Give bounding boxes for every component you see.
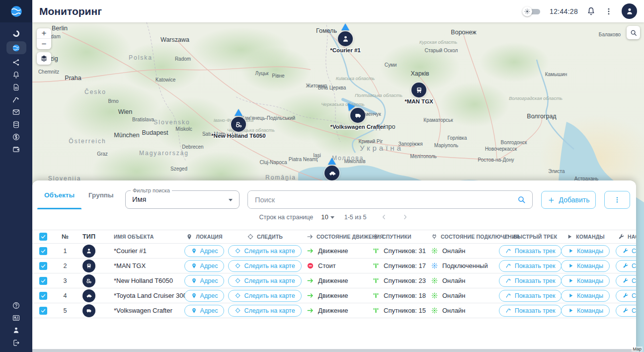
settings-button[interactable]: Свойства: [616, 245, 636, 257]
row-num: 3: [54, 277, 76, 284]
zoom-in-button[interactable]: +: [37, 28, 51, 39]
add-button[interactable]: Добавить: [541, 191, 596, 209]
sidebar-item-wallet[interactable]: [6, 145, 26, 154]
table-header-row: № ТИП ИМЯ ОБЪЕКТА ЛОКАЦИЯ СЛЕДИТЬ СОСТОЯ…: [32, 230, 636, 244]
settings-button[interactable]: Свойства: [616, 275, 636, 287]
movement-status: Движение: [302, 277, 367, 284]
objects-panel: Объекты Группы Фильтр поиска Имя Добавит…: [32, 180, 636, 352]
search-input[interactable]: [248, 191, 517, 208]
bell-icon: [586, 6, 596, 16]
commands-button[interactable]: Команды: [561, 275, 610, 287]
row-checkbox[interactable]: [39, 292, 47, 300]
address-button[interactable]: Адрес: [184, 245, 225, 257]
pin-icon: [186, 233, 193, 240]
sidebar-item-messages[interactable]: [6, 107, 26, 116]
select-all-checkbox[interactable]: [39, 233, 47, 241]
follow-on-map-button[interactable]: Следить на карте: [228, 260, 301, 272]
sidebar-item-dashboard[interactable]: [6, 29, 26, 38]
wrench-icon: [618, 233, 625, 240]
movement-status: Стоит: [302, 262, 367, 269]
play-icon: [567, 277, 574, 284]
panel-menu-button[interactable]: [604, 191, 630, 209]
map-search-button[interactable]: [627, 26, 640, 39]
sidebar-item-geofences[interactable]: [6, 58, 26, 67]
address-button[interactable]: Адрес: [184, 275, 225, 287]
sidebar-item-help[interactable]: [6, 301, 26, 310]
sidebar-item-profile[interactable]: [6, 326, 26, 335]
follow-on-map-button[interactable]: Следить на карте: [228, 290, 301, 302]
row-checkbox[interactable]: [39, 247, 47, 255]
commands-button[interactable]: Команды: [561, 290, 610, 302]
plus-icon: [548, 196, 555, 204]
map-label: Біла Церква: [318, 85, 346, 90]
settings-button[interactable]: Свойства: [616, 290, 636, 302]
chevron-down-icon: [229, 199, 233, 201]
sidebar-item-storage[interactable]: [6, 120, 26, 129]
row-num: 2: [54, 263, 76, 269]
check-icon: [40, 263, 46, 269]
sun-icon: [522, 6, 532, 16]
check-icon: [40, 308, 46, 314]
row-checkbox[interactable]: [39, 277, 47, 285]
map-layers-button[interactable]: [37, 52, 51, 65]
sidebar-item-monitoring[interactable]: [6, 41, 26, 54]
check-icon: [40, 293, 46, 299]
page-title: Мониторинг: [39, 5, 102, 17]
check-icon: [40, 248, 46, 254]
show-track-button[interactable]: Показать трек: [499, 245, 562, 257]
map-label: Воронеж: [451, 29, 476, 36]
commands-button[interactable]: Команды: [561, 245, 610, 257]
show-track-button[interactable]: Показать трек: [499, 305, 562, 317]
address-button[interactable]: Адрес: [184, 305, 225, 317]
search-filter-select[interactable]: Фильтр поиска Имя: [125, 190, 240, 209]
satellite-icon: [431, 292, 438, 299]
play-icon: [567, 307, 574, 314]
rows-per-page-label: Строк на странице: [259, 214, 314, 221]
address-button[interactable]: Адрес: [184, 260, 225, 272]
next-page-button[interactable]: [402, 213, 409, 221]
route-icon: [505, 263, 512, 269]
sidebar-item-logout[interactable]: [6, 338, 26, 347]
avatar[interactable]: [622, 3, 637, 19]
object-type-avatar: [82, 274, 95, 287]
sidebar-item-tracks[interactable]: [6, 95, 26, 104]
sidebar-item-news[interactable]: [6, 313, 26, 322]
bell-icon: [12, 71, 20, 79]
search-icon: [517, 195, 526, 204]
theme-toggle[interactable]: [522, 8, 541, 15]
column-commands: КОМАНДЫ: [560, 233, 611, 240]
commands-button[interactable]: Команды: [561, 305, 610, 317]
follow-on-map-button[interactable]: Следить на карте: [228, 245, 301, 257]
follow-on-map-button[interactable]: Следить на карте: [228, 305, 301, 317]
header-menu-button[interactable]: [604, 7, 613, 16]
rows-per-page-select[interactable]: 10: [321, 213, 334, 221]
tab-groups[interactable]: Группы: [81, 180, 121, 209]
map-label: Wien: [118, 108, 132, 115]
follow-on-map-button[interactable]: Следить на карте: [228, 275, 301, 287]
commands-button[interactable]: Команды: [561, 260, 610, 272]
app-logo[interactable]: [0, 0, 32, 22]
settings-button[interactable]: Свойства: [616, 260, 636, 272]
sidebar-item-billing[interactable]: [6, 132, 26, 141]
connection-status: Онлайн: [426, 307, 500, 314]
panel-toolbar: Объекты Группы Фильтр поиска Имя Добавит…: [32, 180, 636, 209]
sidebar-item-notifications[interactable]: [6, 70, 26, 79]
sidebar-item-sim-cards[interactable]: [6, 83, 26, 91]
show-track-button[interactable]: Показать трек: [499, 260, 562, 272]
column-connection: СОСТОЯНИЕ ПОДКЛЮЧЕНИЯ: [426, 233, 500, 240]
show-track-button[interactable]: Показать трек: [499, 290, 562, 302]
marker-label: *New Holland T6050: [211, 133, 265, 139]
map-label: Slovensko: [154, 119, 190, 126]
notifications-button[interactable]: [586, 6, 596, 16]
tab-objects[interactable]: Объекты: [37, 180, 81, 209]
pin-icon: [191, 292, 197, 299]
pin-icon: [191, 307, 197, 314]
zoom-out-button[interactable]: −: [37, 39, 51, 49]
row-checkbox[interactable]: [39, 307, 47, 315]
horizontal-scrollbar[interactable]: [32, 349, 636, 352]
settings-button[interactable]: Свойства: [616, 305, 636, 317]
prev-page-button[interactable]: [380, 213, 388, 221]
address-button[interactable]: Адрес: [184, 290, 225, 302]
row-checkbox[interactable]: [39, 262, 47, 270]
show-track-button[interactable]: Показать трек: [499, 275, 562, 287]
